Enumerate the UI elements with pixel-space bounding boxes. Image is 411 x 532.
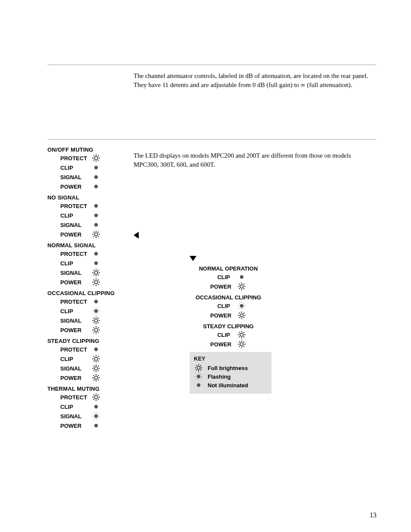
led-row: SIGNAL	[47, 173, 134, 181]
state-title: ON/OFF MUTING	[47, 146, 134, 153]
led-off-icon	[91, 258, 101, 268]
led-label: POWER	[210, 312, 230, 319]
led-row: PROTECT	[47, 297, 134, 306]
key-row: Not illuminated	[194, 381, 267, 389]
right-intro-text: The LED displays on models MPC200 and 20…	[134, 151, 377, 169]
right-column: The LED displays on models MPC200 and 20…	[134, 145, 377, 394]
arrow-left-icon	[134, 232, 139, 239]
led-off-icon	[91, 220, 101, 230]
led-label: PROTECT	[47, 155, 91, 162]
left-column: ON/OFF MUTINGPROTECTCLIPSIGNALPOWERNO SI…	[47, 145, 134, 433]
led-off-icon	[91, 172, 101, 182]
led-bright-icon	[91, 268, 101, 277]
led-label: POWER	[47, 423, 91, 429]
led-label: CLIP	[47, 165, 91, 171]
led-row: POWER	[47, 373, 134, 382]
led-row: POWER	[190, 282, 267, 291]
led-label: PROTECT	[47, 203, 91, 209]
led-label: PROTECT	[47, 394, 91, 401]
key-title: KEY	[194, 355, 267, 362]
state-block: NO SIGNALPROTECTCLIPSIGNALPOWER	[47, 194, 134, 239]
led-row: CLIP	[190, 330, 267, 339]
page-number: 13	[370, 511, 377, 519]
led-bright-icon	[91, 316, 101, 325]
led-label: CLIP	[210, 303, 230, 309]
key-legend: KEY Full brightnessFlashingNot illuminat…	[190, 352, 271, 394]
led-row: PROTECT	[47, 345, 134, 354]
led-off-icon	[91, 249, 101, 258]
led-label: SIGNAL	[47, 174, 91, 180]
arrow-down-icon	[190, 256, 196, 261]
state-block: OCCASIONAL CLIPPINGCLIPPOWER	[190, 294, 267, 320]
led-row: PROTECT	[47, 202, 134, 210]
led-bright-icon	[194, 363, 203, 373]
led-row: CLIP	[47, 211, 134, 220]
led-row: CLIP	[190, 302, 267, 310]
led-bright-icon	[237, 339, 246, 349]
led-label: SIGNAL	[47, 270, 91, 276]
led-off-icon	[91, 297, 101, 306]
led-label: POWER	[47, 375, 91, 381]
key-label: Flashing	[208, 373, 230, 380]
state-title: NORMAL OPERATION	[190, 265, 267, 272]
led-bright-icon	[91, 392, 101, 402]
intro-text: The channel attenuator controls, labeled…	[134, 72, 377, 90]
led-label: SIGNAL	[47, 413, 91, 420]
led-label: PROTECT	[47, 299, 91, 305]
led-bright-icon	[91, 277, 101, 287]
led-bright-icon	[237, 311, 246, 320]
led-off-icon	[194, 380, 203, 390]
state-block: OCCASIONAL CLIPPINGPROTECTCLIPSIGNALPOWE…	[47, 290, 134, 334]
key-row: Full brightness	[194, 364, 267, 372]
led-bright-icon	[237, 330, 246, 339]
led-off-icon	[91, 182, 101, 191]
led-row: POWER	[190, 311, 267, 320]
led-label: SIGNAL	[47, 317, 91, 324]
led-row: POWER	[190, 340, 267, 348]
led-row: POWER	[47, 182, 134, 191]
led-row: SIGNAL	[47, 316, 134, 325]
led-label: SIGNAL	[47, 365, 91, 372]
key-label: Not illuminated	[208, 382, 248, 389]
led-off-icon	[91, 201, 101, 211]
state-title: OCCASIONAL CLIPPING	[47, 290, 134, 296]
led-off-icon	[91, 163, 101, 172]
state-block: NORMAL OPERATIONCLIPPOWER	[190, 265, 267, 291]
rule-top	[47, 65, 377, 65]
led-row: PROTECT	[47, 249, 134, 258]
state-title: NORMAL SIGNAL	[47, 242, 134, 249]
state-title: STEADY CLIPPING	[190, 323, 267, 330]
led-row: SIGNAL	[47, 364, 134, 373]
led-bright-icon	[91, 354, 101, 364]
state-title: STEADY CLIPPING	[47, 338, 134, 344]
led-off-icon	[237, 272, 246, 282]
led-row: PROTECT	[47, 154, 134, 162]
led-off-icon	[91, 211, 101, 220]
led-row: CLIP	[190, 273, 267, 281]
led-flash-icon	[91, 411, 101, 421]
led-label: POWER	[47, 327, 91, 333]
state-block: STEADY CLIPPINGPROTECTCLIPSIGNALPOWER	[47, 338, 134, 382]
state-title: THERMAL MUTING	[47, 386, 134, 392]
led-label: PROTECT	[47, 346, 91, 353]
led-off-icon	[91, 421, 101, 430]
led-row: CLIP	[47, 402, 134, 411]
led-bright-icon	[91, 230, 101, 239]
led-row: POWER	[47, 326, 134, 334]
led-row: CLIP	[47, 163, 134, 172]
led-label: CLIP	[47, 212, 91, 219]
led-label: CLIP	[210, 274, 230, 280]
led-label: CLIP	[47, 260, 91, 267]
led-off-icon	[91, 402, 101, 411]
led-row: POWER	[47, 421, 134, 430]
led-label: PROTECT	[47, 251, 91, 257]
led-row: CLIP	[47, 259, 134, 268]
rule-section	[47, 139, 377, 140]
state-title: NO SIGNAL	[47, 194, 134, 201]
led-bright-icon	[91, 373, 101, 383]
led-bright-icon	[237, 282, 246, 291]
led-label: POWER	[47, 279, 91, 286]
led-row: POWER	[47, 230, 134, 239]
led-label: CLIP	[47, 356, 91, 362]
led-flash-icon	[194, 372, 203, 381]
